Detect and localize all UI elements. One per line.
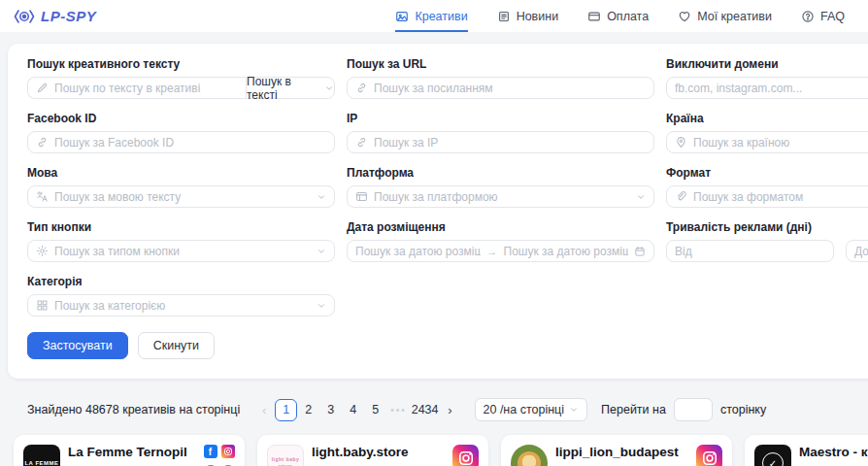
field-category: Категорія Пошук за категорією bbox=[27, 275, 335, 316]
select-placeholder: Пошук за категорією bbox=[54, 299, 311, 313]
duration-to-input[interactable] bbox=[854, 245, 868, 258]
avatar bbox=[511, 445, 548, 466]
heart-icon bbox=[678, 10, 691, 23]
format-select[interactable]: Пошук за форматом bbox=[666, 185, 868, 208]
facebook-icon[interactable]: f bbox=[204, 445, 217, 458]
country-input[interactable] bbox=[693, 136, 868, 150]
goto-suffix-label: сторінку bbox=[720, 403, 766, 416]
page-button[interactable]: 2434 bbox=[411, 399, 440, 421]
page-size-value: 20 /на сторінці bbox=[484, 403, 565, 416]
link-icon bbox=[36, 136, 49, 149]
card-title: light.baby.store bbox=[312, 445, 445, 461]
date-to-placeholder: Пошук за датою розміщення bbox=[504, 245, 629, 258]
avatar: LA FEMME bbox=[23, 445, 60, 466]
tab-label: Креативи bbox=[415, 10, 467, 23]
date-range-picker[interactable]: Пошук за датою розміщення → Пошук за дат… bbox=[347, 240, 654, 262]
field-creative-text: Пошук креативного тексту Пошук в тексті bbox=[27, 57, 335, 99]
avatar-text: light baby store bbox=[268, 456, 303, 466]
location-pin-icon bbox=[675, 136, 687, 149]
gear-icon bbox=[36, 245, 49, 257]
tab-creatives[interactable]: Креативи bbox=[395, 0, 467, 32]
page-ellipsis[interactable]: ••• bbox=[386, 405, 411, 416]
social-icons: f bbox=[203, 445, 235, 466]
page-button[interactable]: 3 bbox=[319, 399, 342, 421]
avatar: light baby store bbox=[267, 445, 304, 466]
goto-page-input[interactable] bbox=[674, 398, 713, 421]
field-country: Країна bbox=[666, 112, 868, 153]
field-placement-date: Дата розміщення Пошук за датою розміщенн… bbox=[347, 220, 654, 262]
field-ip: IP bbox=[347, 112, 654, 153]
calendar-icon bbox=[634, 246, 646, 257]
tab-label: FAQ bbox=[820, 10, 845, 23]
button-type-select[interactable]: Пошук за типом кнопки bbox=[27, 240, 335, 262]
filter-panel: Пошук креативного тексту Пошук в тексті … bbox=[8, 44, 868, 379]
creative-card[interactable]: LA FEMME La Femme Ternopil 2025-11-20 21… bbox=[14, 435, 245, 466]
grid-icon bbox=[36, 299, 49, 312]
paperclip-icon bbox=[675, 190, 687, 203]
field-label: Виключити домени bbox=[666, 57, 868, 71]
facebook-id-input[interactable] bbox=[54, 136, 326, 150]
maestro-emblem: ✓ bbox=[762, 452, 784, 466]
page-button[interactable]: 4 bbox=[342, 399, 364, 421]
field-button-type: Тип кнопки Пошук за типом кнопки bbox=[27, 220, 335, 262]
tab-my-creatives[interactable]: Мої креативи bbox=[678, 0, 772, 32]
avatar-text: LA FEMME bbox=[24, 459, 58, 466]
tab-faq[interactable]: FAQ bbox=[801, 0, 845, 32]
next-page-icon[interactable]: › bbox=[440, 403, 461, 417]
eye-logo-icon bbox=[14, 9, 35, 24]
field-label: Тип кнопки bbox=[27, 220, 335, 234]
page-button[interactable]: 1 bbox=[275, 399, 297, 421]
tab-label: Оплата bbox=[607, 10, 649, 23]
chevron-down-icon bbox=[317, 192, 326, 202]
card-title: Maestro - кухні, ме замовлення в Ужг bbox=[799, 445, 868, 466]
field-label: IP bbox=[347, 112, 654, 125]
field-label: Мова bbox=[27, 166, 335, 180]
field-label: Тривалість реклами (дні) bbox=[666, 220, 868, 234]
results-bar: Знайдено 48678 креативів на сторінці ‹ 1… bbox=[27, 398, 868, 421]
field-facebook-id: Facebook ID bbox=[27, 112, 335, 153]
search-mode-select[interactable]: Пошук в тексті bbox=[246, 77, 335, 99]
instagram-icon[interactable] bbox=[696, 445, 722, 466]
category-select[interactable]: Пошук за категорією bbox=[27, 294, 335, 316]
tab-label: Мої креативи bbox=[697, 10, 772, 23]
link-icon bbox=[355, 136, 368, 149]
pagination: ‹ 1 2 3 4 5 ••• 2434 › bbox=[253, 399, 460, 421]
top-header: LP-SPY Креативи Новини Оплата Мої креати… bbox=[0, 0, 868, 32]
field-label: Формат bbox=[666, 166, 868, 180]
platform-icon bbox=[355, 190, 368, 203]
results-summary: Знайдено 48678 креативів на сторінці bbox=[27, 403, 240, 416]
chevron-down-icon bbox=[569, 405, 579, 415]
tab-payment[interactable]: Оплата bbox=[587, 0, 649, 32]
creative-card[interactable]: light baby store light.baby.store 2025-1… bbox=[257, 435, 488, 466]
tab-news[interactable]: Новини bbox=[497, 0, 559, 32]
language-select[interactable]: Пошук за мовою тексту bbox=[27, 185, 335, 208]
creative-text-input[interactable] bbox=[54, 82, 238, 95]
prev-page-icon[interactable]: ‹ bbox=[253, 403, 275, 417]
image-icon bbox=[395, 10, 409, 23]
reset-button[interactable]: Скинути bbox=[138, 332, 215, 359]
exclude-domains-input[interactable] bbox=[675, 82, 868, 95]
duration-from-input[interactable] bbox=[675, 245, 825, 258]
goto-prefix-label: Перейти на bbox=[601, 403, 666, 416]
creative-card[interactable]: ✓ Maestro - кухні, ме замовлення в Ужг 2… bbox=[745, 435, 868, 466]
field-label: Дата розміщення bbox=[347, 220, 654, 234]
field-label: Платформа bbox=[347, 166, 654, 180]
page-button[interactable]: 2 bbox=[297, 399, 319, 421]
ip-input[interactable] bbox=[374, 136, 646, 150]
platform-select[interactable]: Пошук за платформою bbox=[347, 185, 654, 208]
goto-page: Перейти на сторінку bbox=[601, 398, 766, 421]
page-button[interactable]: 5 bbox=[364, 399, 386, 421]
brand-logo[interactable]: LP-SPY bbox=[14, 8, 96, 24]
field-label: Країна bbox=[666, 112, 868, 125]
select-placeholder: Пошук за форматом bbox=[693, 190, 868, 204]
instagram-icon[interactable] bbox=[452, 445, 479, 466]
date-from-placeholder: Пошук за датою розміщення bbox=[355, 245, 481, 258]
url-input[interactable] bbox=[374, 82, 646, 95]
field-duration: Тривалість реклами (дні) bbox=[666, 220, 868, 262]
main-nav: Креативи Новини Оплата Мої креативи FAQ bbox=[395, 0, 845, 32]
instagram-icon[interactable] bbox=[221, 445, 235, 458]
creative-card[interactable]: lippi_lion_budapest 2025-11-20 21:02:03 … bbox=[501, 435, 732, 466]
tab-label: Новини bbox=[517, 10, 559, 23]
page-size-select[interactable]: 20 /на сторінці bbox=[475, 398, 588, 421]
apply-button[interactable]: Застосувати bbox=[27, 332, 128, 359]
